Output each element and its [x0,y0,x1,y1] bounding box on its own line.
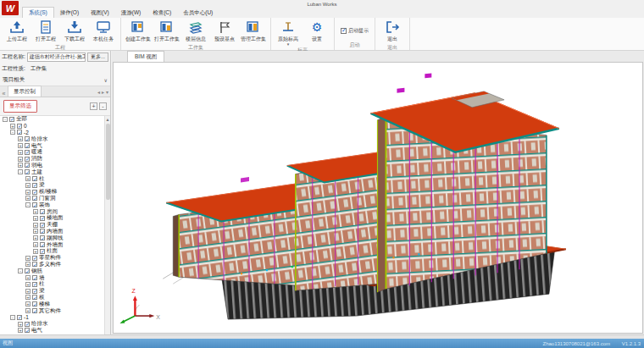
expand-icon[interactable]: + [25,256,31,261]
checkbox-checked-icon[interactable] [32,190,37,195]
checkbox-checked-icon[interactable] [40,209,45,214]
checkbox-checked-icon[interactable] [17,315,22,320]
checkbox-checked-icon[interactable] [25,268,30,273]
scroll-up-icon[interactable]: ▲ [105,116,110,123]
tree-item[interactable]: + 多义构件 [0,262,104,268]
tree-item[interactable]: + 给排水 [0,135,104,142]
tree-scrollbar[interactable]: ▲ ▼ [104,116,110,340]
manage-workset-button[interactable]: 管理工作集 [239,19,268,43]
tab-bim-view[interactable]: BIM 视图 [127,51,164,62]
menu-member-center[interactable]: 会员中心(U) [177,8,219,18]
expand-icon[interactable]: + [33,242,38,247]
startup-tip-checkbox[interactable] [341,28,347,34]
tree-item[interactable]: + 柱 [0,175,104,182]
tree-item[interactable]: + 门窗洞 [0,196,104,202]
expand-icon[interactable]: + [25,295,31,300]
display-filter-button[interactable]: 显示筛选 [3,100,37,113]
checkbox-checked-icon[interactable] [9,117,14,122]
expand-icon[interactable]: - [10,130,15,135]
expand-icon[interactable]: - [10,315,15,320]
expand-icon[interactable]: + [25,301,31,307]
checkbox-checked-icon[interactable] [25,143,30,148]
checkbox-checked-icon[interactable] [32,196,37,201]
expand-icon[interactable]: + [33,229,38,234]
expand-icon[interactable]: + [18,328,23,333]
create-workset-button[interactable]: 创建工作集 [124,19,153,43]
menu-system[interactable]: 系统(S) [22,7,54,18]
tab-prev-icon[interactable]: ◂ [97,89,100,95]
tree-item[interactable]: + 其它构件 [0,307,104,314]
expand-icon[interactable]: + [25,308,31,313]
checkbox-checked-icon[interactable] [40,242,45,247]
tree-item[interactable]: - -1 [0,314,104,321]
open-project-button[interactable]: 打开工程 [31,19,60,43]
checkbox-checked-icon[interactable] [40,249,45,254]
expand-icon[interactable]: + [25,262,31,267]
menu-view[interactable]: 视图(V) [85,8,115,18]
expand-icon[interactable]: + [18,143,23,148]
project-name-select[interactable]: 建德市村经济合作社-施工模型 ▾ [27,52,86,62]
tab-menu-icon[interactable]: ▾ [106,89,108,95]
checkbox-checked-icon[interactable] [32,256,37,261]
tree-item[interactable]: + 暖通 [0,149,104,156]
preset-basepoint-button[interactable]: 预设基点 [210,19,239,43]
expand-icon[interactable]: + [10,124,15,129]
expand-icon[interactable]: + [25,289,31,294]
expand-icon[interactable]: + [18,163,23,168]
menu-operate[interactable]: 操作(O) [54,8,85,18]
expand-icon[interactable]: - [18,268,23,273]
expand-icon[interactable]: + [25,190,31,195]
more-button[interactable]: 更多... [87,52,108,62]
scrollbar-thumb[interactable] [106,124,110,200]
menu-check[interactable]: 检查(C) [147,8,177,18]
checkbox-checked-icon[interactable] [32,308,37,313]
floor-info-button[interactable]: 楼层信息 [181,19,210,43]
checkbox-checked-icon[interactable] [32,289,37,294]
tree-item[interactable]: + 电气 [0,328,104,334]
original-elevation-button[interactable]: 原始标高 ▾ [274,19,303,46]
checkbox-checked-icon[interactable] [25,157,30,162]
checkbox-checked-icon[interactable] [32,282,37,287]
checkbox-checked-icon[interactable] [25,150,30,155]
expand-icon[interactable]: + [33,249,38,254]
expand-icon[interactable]: + [25,196,31,201]
expand-icon[interactable]: - [3,117,8,122]
tab-display-control[interactable]: 显示控制 [8,86,42,97]
expand-icon[interactable]: + [18,136,23,141]
checkbox-checked-icon[interactable] [40,235,45,240]
checkbox-checked-icon[interactable] [25,169,30,174]
checkbox-checked-icon[interactable] [17,130,22,135]
tree-item[interactable]: + 给排水 [0,321,104,328]
tree-item[interactable]: - 钢筋 [0,268,104,274]
tree-item[interactable]: - -2 [0,130,104,136]
open-workset-button[interactable]: 打开工作集 [153,19,181,43]
viewport-canvas[interactable]: Z X [113,62,643,334]
tree-item[interactable]: + 弱电 [0,163,104,169]
tree-item[interactable]: - 全部 [0,116,104,123]
tab-next-icon[interactable]: ▸ [102,89,104,95]
checkbox-checked-icon[interactable] [40,216,45,221]
checkbox-checked-icon[interactable] [32,202,37,207]
project-related-section[interactable]: 项目相关 ∨ [0,75,110,86]
tree-item[interactable]: + 消防 [0,156,104,163]
expand-icon[interactable]: + [25,176,31,181]
expand-icon[interactable]: + [33,216,38,221]
checkbox-checked-icon[interactable] [32,183,37,188]
expand-icon[interactable]: + [33,235,38,240]
checkbox-checked-icon[interactable] [25,328,30,333]
checkbox-checked-icon[interactable] [32,301,37,307]
tree-item[interactable]: + 柱 [0,281,104,288]
expand-icon[interactable]: + [18,150,23,155]
checkbox-checked-icon[interactable] [25,322,30,327]
tree-item[interactable]: + 板 [0,295,104,301]
expand-icon[interactable]: + [25,282,31,287]
checkbox-checked-icon[interactable] [32,275,37,280]
tree-item[interactable]: + 梁 [0,288,104,295]
tree-item[interactable]: + 0 [0,123,104,130]
expand-icon[interactable]: + [25,183,31,188]
luban-logo-icon[interactable]: W [2,1,19,15]
expand-icon[interactable]: + [18,322,23,327]
local-tasks-button[interactable]: 本机任务 [89,19,118,43]
expand-icon[interactable]: + [25,275,31,280]
collapse-all-button[interactable]: - [99,102,107,110]
